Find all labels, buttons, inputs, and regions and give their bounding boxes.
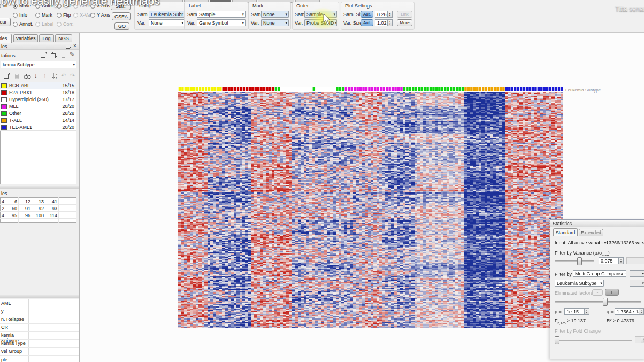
mode-radio-annot[interactable]: Annot. — [13, 21, 33, 27]
close-icon[interactable]: × — [73, 43, 76, 49]
table-cell[interactable]: 93 — [46, 206, 57, 211]
pvalue-slider-track[interactable] — [555, 301, 641, 303]
subtype-stat-dropdown[interactable]: Leukemia Subtype▾ — [555, 280, 604, 287]
tab-samples[interactable]: ples — [0, 34, 12, 43]
mark-var-dropdown[interactable]: None▾ — [261, 19, 289, 26]
table-cell[interactable]: 6 — [6, 199, 17, 204]
add-group-icon[interactable] — [3, 73, 10, 79]
fold-slider-track[interactable] — [555, 340, 632, 341]
sort-icon[interactable]: az — [51, 73, 59, 79]
table-cell[interactable]: 96 — [19, 213, 30, 218]
table-cell[interactable]: 60 — [6, 206, 17, 211]
spinner-down-icon: ▼ — [389, 23, 391, 25]
table-cell[interactable]: 4 — [0, 213, 4, 218]
table-cell[interactable]: 108 — [33, 213, 44, 218]
table-cell[interactable]: 41 — [46, 199, 57, 204]
tab-standard[interactable]: Standard — [553, 228, 578, 236]
p-spinner[interactable]: ▲▼ — [585, 308, 589, 315]
tab-ngs[interactable]: NGS — [55, 34, 72, 42]
clear-button[interactable]: ear — [0, 18, 11, 26]
var-size-spinner[interactable]: ▲▼ — [388, 19, 393, 26]
edit-colors-icon[interactable]: ✎ — [70, 51, 75, 58]
var-size-value[interactable]: 1.02 — [375, 19, 388, 26]
mode-radio-y-axis[interactable]: Y Axis — [90, 12, 110, 18]
label-sam-dropdown[interactable]: Sample▾ — [197, 11, 246, 18]
q-spinner[interactable]: ▲▼ — [639, 308, 644, 315]
link-button[interactable]: Link — [397, 11, 412, 18]
var-size-auto-button[interactable]: Aut. — [361, 19, 373, 26]
new-annotation-icon[interactable] — [40, 52, 47, 58]
table-cell[interactable]: 95 — [6, 213, 17, 218]
list-item-e2a-pbx1[interactable]: E2A-PBX118/18 — [0, 89, 76, 96]
sample-annotation-bar[interactable] — [178, 87, 563, 92]
mode-radio-corr[interactable]: Corr. — [57, 21, 74, 27]
eliminated-plus-button[interactable]: + — [605, 289, 619, 296]
color-swatch[interactable] — [1, 97, 7, 102]
color-swatch[interactable] — [1, 125, 7, 130]
table-cell[interactable]: 13 — [33, 199, 44, 204]
mark-group-title: Mark — [252, 3, 263, 9]
section-divider[interactable] — [0, 295, 79, 298]
sam-size-value[interactable]: 8.26 — [375, 11, 388, 18]
variance-spinner[interactable]: ▲▼ — [619, 257, 624, 264]
annotation-select-dropdown[interactable]: kemia Subtype▾ — [1, 61, 76, 68]
color-var-dropdown[interactable]: None▾ — [149, 19, 185, 26]
radio-label: Info — [19, 12, 27, 18]
color-swatch[interactable] — [1, 118, 7, 123]
table-cell[interactable]: 91 — [19, 206, 30, 211]
list-item-bcr-abl[interactable]: BCR-ABL15/15 — [0, 82, 76, 89]
mode-radio-mark[interactable]: Mark — [35, 12, 52, 18]
gsea-button[interactable]: GSEA — [112, 12, 131, 20]
undo-icon[interactable]: ↶ — [61, 73, 66, 79]
mark-sam-dropdown[interactable]: None▾ — [261, 11, 289, 18]
mode-radio-flip[interactable]: Flip — [57, 12, 71, 18]
tab-log[interactable]: Log — [39, 34, 54, 42]
table-cell[interactable]: 4 — [0, 199, 4, 204]
find-icon[interactable] — [24, 73, 31, 79]
comparison-dropdown[interactable]: Multi Group Comparison▾ — [573, 270, 626, 277]
list-item-t-all[interactable]: T-ALL14/14 — [0, 117, 76, 124]
float-panel-icon[interactable] — [66, 44, 71, 49]
color-swatch[interactable] — [1, 83, 7, 88]
watch-later-overlay[interactable]: Titta senar — [615, 5, 644, 13]
redo-icon[interactable]: ↷ — [70, 73, 75, 79]
variance-slider-track[interactable] — [555, 260, 594, 262]
list-item-hyperdiploid[interactable]: Hyperdiploid (>50)17/17 — [0, 96, 76, 103]
move-down-icon[interactable]: ↓ — [34, 73, 37, 79]
more-button[interactable]: More — [397, 19, 412, 26]
delete-annotation-icon[interactable] — [60, 52, 66, 58]
list-item-tel-aml1[interactable]: TEL-AML120/20 — [0, 124, 76, 131]
sam-size-spinner[interactable]: ▲▼ — [388, 11, 393, 18]
tab-variables[interactable]: Variables — [13, 34, 38, 42]
go-button[interactable]: GO — [114, 22, 129, 30]
heatmap-canvas[interactable] — [178, 92, 563, 328]
mode-radio-x-val[interactable]: X-Val. — [73, 12, 93, 18]
move-up-icon[interactable]: ↑ — [43, 73, 47, 79]
fold-slider-thumb[interactable] — [555, 336, 559, 344]
color-swatch[interactable] — [1, 90, 7, 95]
list-item-other[interactable]: Other28/28 — [0, 110, 76, 117]
table-cell[interactable]: 92 — [33, 206, 44, 211]
variance-slider-thumb[interactable] — [577, 257, 582, 265]
tab-extended[interactable]: Extended — [579, 229, 603, 236]
color-swatch[interactable] — [1, 111, 7, 116]
table-row[interactable]: AML — [1, 301, 28, 306]
section-divider[interactable] — [0, 186, 79, 189]
color-sam-dropdown[interactable]: Leukemia Subt▾ — [149, 11, 185, 18]
mode-radio-info[interactable]: Info — [13, 12, 27, 18]
sam-size-auto-button[interactable]: Aut. — [361, 11, 373, 18]
list-item-mll[interactable]: MLL20/20 — [0, 103, 76, 110]
copy-annotation-icon[interactable] — [51, 52, 57, 58]
variance-value-box[interactable]: 0.075 — [599, 257, 619, 264]
mode-radio-label[interactable]: Label — [35, 21, 53, 27]
table-cell[interactable]: 12 — [19, 199, 30, 204]
delete-group-icon[interactable] — [14, 73, 20, 79]
q-value-box[interactable]: 1.7564e-14 — [615, 308, 639, 315]
table-cell[interactable]: 114 — [46, 213, 57, 218]
table-cell[interactable]: 2 — [0, 206, 4, 211]
pvalue-slider-thumb[interactable] — [603, 298, 608, 306]
label-var-dropdown[interactable]: Gene Symbol▾ — [197, 19, 246, 26]
eliminated-minus-button[interactable]: - — [592, 289, 603, 296]
p-value-box[interactable]: 1e-15 — [564, 308, 585, 315]
color-swatch[interactable] — [1, 104, 7, 109]
